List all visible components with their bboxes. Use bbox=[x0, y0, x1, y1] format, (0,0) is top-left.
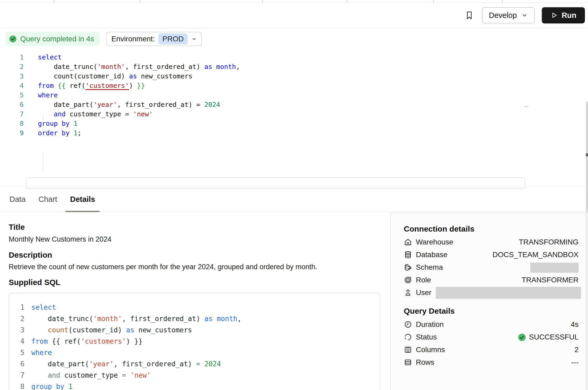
panel-scrollbar[interactable] bbox=[585, 213, 588, 390]
query-details-heading: Query Details bbox=[404, 307, 455, 316]
code-text: group by 1 bbox=[31, 381, 73, 390]
connection-rows: WarehouseTRANSFORMINGDatabaseDOCS_TEAM_S… bbox=[404, 236, 579, 299]
code-line-4: 4from {{ ref('customers') }} bbox=[0, 81, 588, 91]
code-text: select bbox=[38, 53, 62, 62]
line-number: 6 bbox=[9, 358, 24, 370]
line-number: 4 bbox=[0, 81, 24, 91]
code-line-2: 2 date_trunc('month', first_ordered_at) … bbox=[0, 62, 588, 72]
detail-label: Duration bbox=[416, 320, 444, 329]
code-text: and customer_type = 'new' bbox=[31, 370, 151, 381]
line-number: 4 bbox=[9, 336, 24, 347]
detail-label: Schema bbox=[416, 263, 443, 272]
result-tabbar: DataChartDetails bbox=[0, 187, 588, 212]
code-text: group by 1 bbox=[38, 119, 78, 128]
line-number: 2 bbox=[0, 62, 24, 72]
description-heading: Description bbox=[9, 251, 52, 259]
details-side-panel: Connection details WarehouseTRANSFORMING… bbox=[390, 213, 588, 390]
code-line-6: 6 date_part('year', first_ordered_at) = … bbox=[0, 100, 588, 109]
code-text: select bbox=[31, 302, 56, 313]
detail-row-database: DatabaseDOCS_TEAM_SANDBOX bbox=[404, 248, 579, 261]
line-number: 5 bbox=[0, 91, 24, 100]
title-value: Monthly New Customers in 2024 bbox=[9, 235, 111, 243]
detail-value: --- bbox=[571, 358, 579, 367]
tab-data[interactable]: Data bbox=[5, 187, 30, 212]
detail-value: TRANSFORMING bbox=[519, 238, 579, 246]
code-text: where bbox=[38, 91, 58, 100]
tab-divider bbox=[502, 0, 503, 2]
detail-label: Status bbox=[416, 333, 437, 341]
line-number: 8 bbox=[9, 381, 24, 390]
supplied-sql-heading: Supplied SQL bbox=[9, 278, 61, 287]
line-number: 3 bbox=[0, 72, 24, 81]
bookmark-icon bbox=[465, 10, 474, 21]
detail-label: Role bbox=[416, 276, 431, 284]
tab-divider bbox=[347, 0, 347, 2]
detail-label: Warehouse bbox=[416, 238, 453, 246]
schema-icon bbox=[404, 263, 412, 272]
code-line-2: 2 date_trunc('month', first_ordered_at) … bbox=[9, 313, 380, 324]
tab-divider bbox=[139, 0, 140, 2]
line-number: 1 bbox=[9, 302, 24, 313]
query-status-pill: Query completed in 4s bbox=[6, 32, 100, 46]
columns-icon bbox=[404, 346, 412, 354]
status-row: Query completed in 4s Environment: PROD bbox=[6, 32, 202, 46]
code-text: date_part('year', first_ordered_at) = 20… bbox=[38, 100, 220, 109]
tab-chart[interactable]: Chart bbox=[34, 187, 62, 212]
editor-lines: 1select2 date_trunc('month', first_order… bbox=[0, 53, 588, 138]
toolbar: Develop Run bbox=[0, 3, 588, 28]
warehouse-icon bbox=[404, 238, 412, 246]
tab-divider bbox=[262, 0, 263, 2]
detail-value: TRANSFORMER bbox=[522, 276, 579, 284]
detail-label: Columns bbox=[416, 346, 445, 354]
detail-row-rows: Rows--- bbox=[404, 356, 579, 369]
code-text: date_trunc('month', first_ordered_at) as… bbox=[38, 62, 240, 72]
redacted-value bbox=[436, 287, 581, 298]
chevron-down-icon bbox=[521, 12, 528, 19]
play-icon bbox=[550, 11, 558, 19]
chevron-down-icon bbox=[191, 36, 197, 42]
line-number: 8 bbox=[0, 119, 24, 128]
bookmark-button[interactable] bbox=[464, 9, 475, 21]
tab-divider bbox=[433, 0, 434, 2]
line-number: 2 bbox=[9, 313, 24, 324]
code-text: count(customer_id) as new_customers bbox=[31, 324, 192, 336]
code-line-4: 4from {{ ref('customers') }} bbox=[9, 336, 380, 347]
develop-dropdown-button[interactable]: Develop bbox=[482, 7, 535, 23]
database-icon bbox=[404, 251, 412, 259]
indent-guide bbox=[43, 153, 43, 172]
line-number: 9 bbox=[0, 128, 24, 138]
line-number: 7 bbox=[0, 109, 24, 119]
detail-row-schema: Schema bbox=[404, 261, 579, 274]
top-tab-strip bbox=[0, 0, 588, 3]
sql-editor[interactable]: 1select2 date_trunc('month', first_order… bbox=[0, 50, 588, 174]
run-button[interactable]: Run bbox=[542, 7, 585, 23]
line-number: 3 bbox=[9, 324, 24, 336]
detail-value bbox=[530, 263, 579, 272]
code-line-8: 8group by 1 bbox=[9, 381, 380, 390]
detail-row-user: User bbox=[404, 286, 579, 299]
minimap-line: select bbox=[525, 102, 552, 112]
environment-dropdown[interactable]: Environment: PROD bbox=[106, 32, 202, 46]
clock-icon bbox=[404, 320, 412, 329]
code-line-9: 9order by 1; bbox=[0, 128, 588, 138]
detail-row-status: StatusSUCCESSFUL bbox=[404, 331, 579, 343]
code-text: from {{ ref('customers') }} bbox=[31, 336, 143, 347]
code-line-3: 3 count(customer_id) as new_customers bbox=[0, 72, 588, 81]
line-number: 1 bbox=[0, 53, 24, 62]
environment-label: Environment: bbox=[111, 35, 155, 43]
editor-minimap[interactable]: select date_trunc('month', first_ordered… bbox=[525, 102, 552, 114]
code-text: where bbox=[31, 347, 52, 358]
query-workbench-page: Develop Run Query completed in 4s Enviro… bbox=[0, 0, 588, 390]
editor-scrollbar-thumb[interactable] bbox=[586, 153, 588, 156]
code-line-8: 8group by 1 bbox=[0, 119, 588, 128]
status-icon bbox=[404, 333, 412, 341]
detail-label: User bbox=[416, 288, 431, 297]
tab-details[interactable]: Details bbox=[66, 187, 99, 212]
detail-value: 4s bbox=[571, 320, 579, 329]
detail-row-role: RoleTRANSFORMER bbox=[404, 274, 579, 286]
code-line-5: 5where bbox=[0, 91, 588, 100]
rows-icon bbox=[404, 358, 412, 367]
description-value: Retrieve the count of new customers per … bbox=[9, 263, 317, 271]
detail-row-duration: Duration4s bbox=[404, 318, 579, 331]
code-line-7: 7 and customer_type = 'new' bbox=[0, 109, 588, 119]
